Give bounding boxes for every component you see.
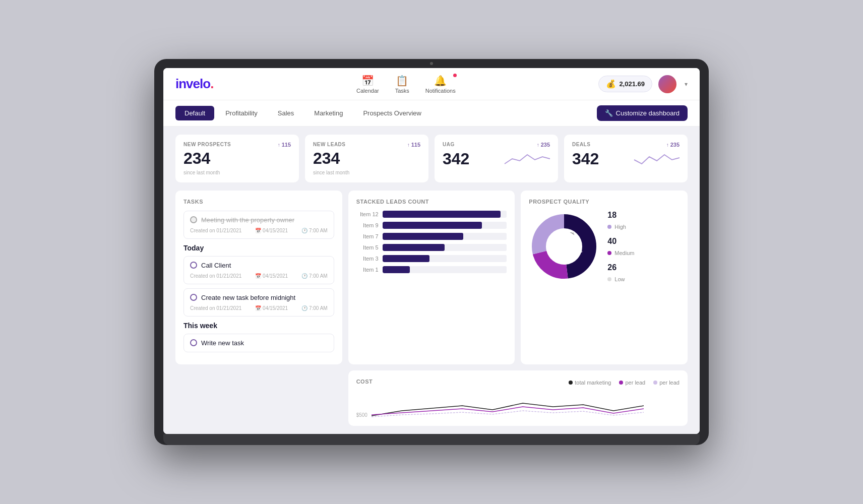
stat-change-value-prospects: 115 xyxy=(282,142,291,148)
cost-label-total: total marketing xyxy=(575,380,611,386)
quality-panel: PROSPECT QUALITY 48% 23% 29% xyxy=(521,191,688,364)
legend-dot-low xyxy=(607,277,611,281)
tasks-panel-title: TASKS xyxy=(183,199,334,205)
stat-new-prospects: NEW PROSPECTS ↑ 115 234 since last month xyxy=(175,135,299,182)
arrow-up-icon-3: ↑ xyxy=(537,142,539,148)
arrow-up-icon-4: ↑ xyxy=(666,142,669,148)
stat-value-leads: 234 xyxy=(313,150,420,167)
bar-fill xyxy=(383,211,501,218)
stat-change-uag: ↑ 235 xyxy=(537,142,550,148)
legend-per-lead-1: per lead xyxy=(619,380,645,386)
logo-text: invelo xyxy=(175,76,210,91)
legend-dot-high xyxy=(607,225,611,229)
due-date-value: 04/15/2021 xyxy=(263,228,288,233)
wrench-icon: 🔧 xyxy=(605,109,613,117)
legend-label-low: Low xyxy=(614,276,625,282)
cost-panel: COST total marketing per lead per lea xyxy=(348,370,688,426)
customize-dashboard-button[interactable]: 🔧 Customize dashboard xyxy=(597,105,688,121)
task-due-date-2: 📅 04/15/2021 xyxy=(255,305,288,311)
stat-value-uag: 342 xyxy=(443,150,469,168)
bar-track xyxy=(383,255,507,262)
today-task-2: Create new task before midnight Created … xyxy=(183,288,334,317)
tab-default[interactable]: Default xyxy=(175,106,214,120)
bar-track xyxy=(383,222,507,229)
top-nav: invelo. 📅 Calendar 📋 Tasks 🔔 Notificatio… xyxy=(163,68,700,100)
stat-new-leads: NEW LEADS ↑ 115 234 since last month xyxy=(305,135,428,182)
notification-dot xyxy=(453,74,457,77)
legend-low: 26 xyxy=(607,263,634,272)
bar-row: Item 1 xyxy=(356,266,507,273)
stat-label-uag: UAG xyxy=(443,142,455,147)
task-title-call-client: Call Client xyxy=(190,262,328,269)
task-title-midnight: Create new task before midnight xyxy=(190,294,328,301)
bar-track xyxy=(383,211,507,218)
avatar[interactable] xyxy=(658,75,676,93)
cost-dot-lead1 xyxy=(619,381,623,385)
legend-medium-count: 40 xyxy=(607,237,617,246)
nav-notifications[interactable]: 🔔 Notifications xyxy=(425,75,456,94)
legend-low-count: 26 xyxy=(607,263,617,272)
calendar-icon: 📅 xyxy=(361,75,374,87)
uag-sparkline xyxy=(505,150,550,168)
stat-change-value-uag: 235 xyxy=(541,142,550,148)
task-label-write: Write new task xyxy=(201,339,244,347)
quality-legend: 18 High 40 Medium xyxy=(607,211,634,282)
notifications-icon: 🔔 xyxy=(434,75,447,87)
stat-subtitle-prospects: since last month xyxy=(183,170,291,175)
stat-label-deals: DEALS xyxy=(572,142,590,147)
stat-value-prospects: 234 xyxy=(183,150,291,167)
cost-label-lead1: per lead xyxy=(625,380,645,386)
bar-label: Item 7 xyxy=(356,233,379,239)
bar-fill xyxy=(383,222,482,229)
bar-row: Item 7 xyxy=(356,233,507,240)
stat-subtitle-leads: since last month xyxy=(313,170,420,175)
bar-row: Item 12 xyxy=(356,211,507,218)
this-week-label: This week xyxy=(183,322,334,330)
cost-y-label: $500 xyxy=(356,412,367,418)
bar-fill xyxy=(383,266,410,273)
task-circle-2 xyxy=(190,294,197,301)
task-circle-3 xyxy=(190,339,197,346)
task-created-1: Created on 01/21/2021 xyxy=(190,273,241,279)
nav-calendar[interactable]: 📅 Calendar xyxy=(356,75,379,94)
stats-row: NEW PROSPECTS ↑ 115 234 since last month… xyxy=(163,127,700,190)
bar-track xyxy=(383,233,507,240)
due-date-item: 📅 04/15/2021 xyxy=(255,228,288,233)
tab-profitability[interactable]: Profitability xyxy=(216,106,267,120)
arrow-up-icon: ↑ xyxy=(278,142,280,148)
today-task-1: Call Client Created on 01/21/2021 📅 04/1… xyxy=(183,256,334,284)
bar-label: Item 5 xyxy=(356,244,379,250)
tabs-list: Default Profitability Sales Marketing Pr… xyxy=(175,106,430,120)
tasks-panel: TASKS Meeting with the property owner Cr… xyxy=(175,191,342,364)
logo-dot: . xyxy=(210,76,213,91)
created-date-label: Created on 01/21/2021 xyxy=(190,228,241,233)
cost-chart: $500 xyxy=(356,393,680,418)
balance-badge[interactable]: 💰 2,021.69 xyxy=(598,76,652,92)
logo[interactable]: invelo. xyxy=(175,76,213,92)
task-due-time-2: 🕐 7:00 AM xyxy=(301,305,328,311)
cost-dot-lead2 xyxy=(653,381,657,385)
tab-marketing[interactable]: Marketing xyxy=(305,106,352,120)
leads-panel: STACKED LEADS COUNT Item 12 Item 9 Item … xyxy=(348,191,515,364)
customize-label: Customize dashboard xyxy=(616,109,680,117)
stat-change-prospects: ↑ 115 xyxy=(278,142,291,148)
tab-prospects[interactable]: Prospects Overview xyxy=(354,106,430,120)
task-circle-done xyxy=(190,216,197,223)
nav-tasks[interactable]: 📋 Tasks xyxy=(395,75,409,94)
cost-chart-svg xyxy=(372,396,680,418)
avatar-chevron-icon[interactable]: ▾ xyxy=(685,81,688,88)
bar-row: Item 3 xyxy=(356,255,507,262)
tab-sales[interactable]: Sales xyxy=(269,106,303,120)
legend-medium: 40 xyxy=(607,237,634,246)
bar-row: Item 5 xyxy=(356,244,507,251)
week-task-1: Write new task xyxy=(183,334,334,352)
task-meta-1: Created on 01/21/2021 📅 04/15/2021 🕐 7:0… xyxy=(190,273,328,279)
main-content: TASKS Meeting with the property owner Cr… xyxy=(163,191,700,434)
due-time-value: 7:00 AM xyxy=(309,228,328,233)
legend-label-medium: Medium xyxy=(614,250,634,256)
donut-chart: 48% 23% 29% xyxy=(529,211,599,282)
quality-panel-title: PROSPECT QUALITY xyxy=(529,199,680,205)
leads-panel-title: STACKED LEADS COUNT xyxy=(356,199,507,205)
laptop-base xyxy=(163,434,700,445)
bar-fill xyxy=(383,244,445,251)
